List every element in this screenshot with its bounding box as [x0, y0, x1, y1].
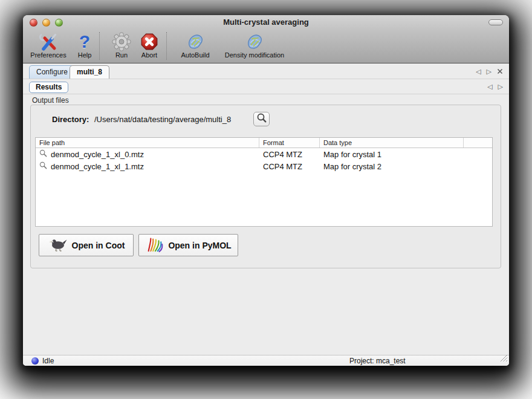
tab-configure[interactable]: Configure [29, 65, 75, 79]
autobuild-button[interactable]: AutoBuild [174, 31, 216, 62]
column-header-data-type[interactable]: Data type [320, 138, 464, 148]
tab-bar-controls: ◁ ▷ [476, 64, 503, 79]
tab-scroll-right-icon[interactable]: ▷ [487, 68, 491, 75]
abort-button[interactable]: Abort [135, 31, 164, 62]
toolbar-item-label: Density modification [225, 51, 284, 59]
status-bar: Idle Project: mca_test [23, 355, 509, 366]
open-in-pymol-button[interactable]: Open in PyMOL [138, 234, 238, 256]
tools-icon [38, 31, 59, 52]
run-button[interactable]: Run [108, 31, 135, 62]
button-label: Open in PyMOL [168, 241, 231, 250]
app-window: Multi-crystal averaging Preferences [23, 15, 509, 366]
toolbar-item-label: Help [78, 51, 92, 59]
file-path-cell: denmod_cycle_1_xl_1.mtz [51, 162, 144, 171]
column-header-format[interactable]: Format [259, 138, 320, 148]
pymol-ribbon-icon [145, 236, 163, 255]
window-title: Multi-crystal averaging [23, 18, 509, 27]
toolbar-separator [166, 32, 167, 60]
sub-tab-bar: Results ◁ ▷ [23, 80, 509, 94]
notebook-tab-bar: Configure multi_8 ◁ ▷ [23, 64, 509, 79]
screenshot-stage: Multi-crystal averaging Preferences [0, 0, 532, 399]
directory-value: /Users/nat/data/testing/average/multi_8 [94, 115, 231, 124]
toolbar-toggle-button[interactable] [488, 19, 503, 25]
table-row[interactable]: denmod_cycle_1_xl_0.mtz CCP4 MTZ Map for… [36, 148, 492, 160]
output-files-group-label: Output files [32, 96, 69, 105]
browse-directory-button[interactable] [253, 112, 270, 126]
help-button[interactable]: ? Help [73, 31, 97, 62]
toolbar-separator [99, 32, 100, 60]
toolbar-item-label: Run [115, 51, 128, 59]
protein-model-icon [244, 31, 265, 52]
preferences-button[interactable]: Preferences [29, 31, 68, 62]
tab-results[interactable]: Results [29, 82, 68, 93]
output-files-groupbox: Directory: /Users/nat/data/testing/avera… [30, 105, 501, 268]
abort-icon [139, 31, 160, 52]
protein-model-icon [185, 31, 206, 52]
help-icon: ? [74, 31, 95, 52]
tab-scroll-left-icon[interactable]: ◁ [487, 83, 492, 90]
file-path-cell: denmod_cycle_1_xl_0.mtz [51, 150, 144, 159]
sub-tab-bar-controls: ◁ ▷ [487, 80, 503, 94]
tab-label: multi_8 [77, 68, 102, 76]
status-orb-icon [31, 357, 39, 365]
magnifier-icon [256, 112, 267, 126]
toolbar-item-label: AutoBuild [181, 51, 209, 59]
column-header-empty [464, 138, 492, 148]
directory-label: Directory: [52, 115, 89, 124]
output-files-table: File path Format Data type denmod_cycl [35, 137, 493, 227]
toolbar: Preferences ? Help [23, 29, 509, 63]
button-label: Open in Coot [72, 241, 125, 250]
tab-label: Configure [36, 68, 68, 76]
format-cell: CCP4 MTZ [259, 150, 320, 159]
project-label: Project: mca_test [349, 357, 406, 365]
column-header-file-path[interactable]: File path [36, 138, 259, 148]
tab-label: Results [36, 83, 62, 91]
resize-grip[interactable] [500, 354, 508, 365]
toolbar-item-label: Abort [141, 51, 157, 59]
open-in-coot-button[interactable]: Open in Coot [39, 234, 134, 256]
density-modification-button[interactable]: Density modification [216, 31, 293, 62]
format-cell: CCP4 MTZ [259, 162, 320, 171]
titlebar[interactable]: Multi-crystal averaging [23, 15, 509, 29]
data-type-cell: Map for crystal 1 [320, 150, 464, 159]
coot-bird-icon [48, 237, 67, 253]
magnifier-icon [39, 161, 47, 171]
table-header: File path Format Data type [36, 138, 492, 148]
tab-scroll-left-icon[interactable]: ◁ [476, 68, 481, 75]
tab-scroll-right-icon[interactable]: ▷ [498, 83, 503, 90]
table-row[interactable]: denmod_cycle_1_xl_1.mtz CCP4 MTZ Map for… [36, 160, 492, 172]
window-header: Multi-crystal averaging Preferences [23, 15, 509, 63]
gear-icon [111, 31, 132, 52]
tab-close-icon[interactable] [497, 68, 503, 74]
magnifier-icon [39, 149, 47, 159]
toolbar-item-label: Preferences [30, 51, 66, 59]
data-type-cell: Map for crystal 2 [320, 162, 464, 171]
tab-multi-8[interactable]: multi_8 [70, 65, 109, 79]
status-text: Idle [42, 357, 54, 365]
